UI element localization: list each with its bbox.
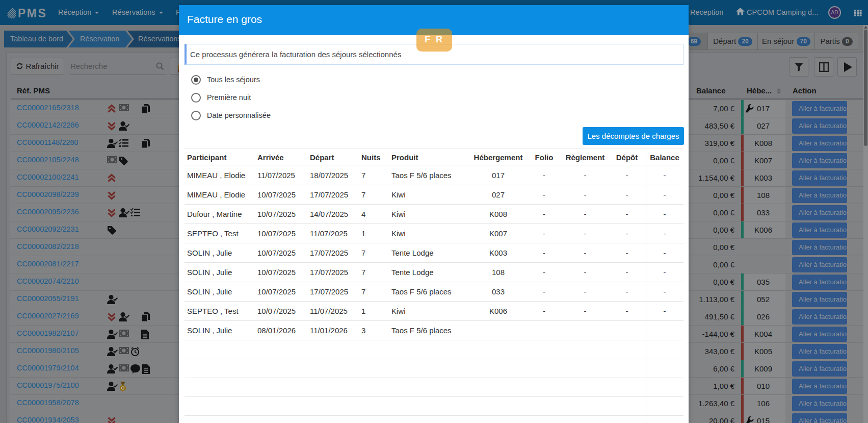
svg-text:PMS: PMS <box>18 7 47 20</box>
